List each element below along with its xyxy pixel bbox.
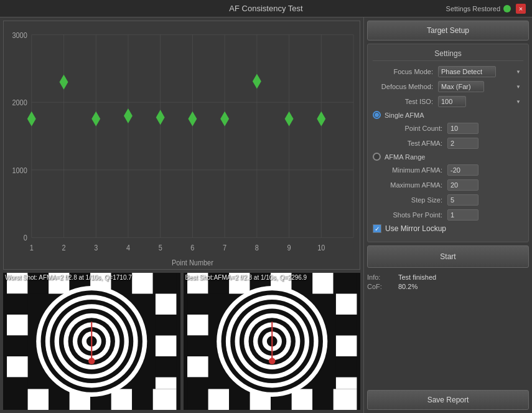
- settings-restored-label: Settings Restored: [446, 5, 500, 12]
- step-size-input[interactable]: [447, 194, 478, 206]
- svg-text:8: 8: [255, 243, 259, 252]
- settings-restored-status: Settings Restored: [446, 5, 511, 12]
- test-iso-select-wrapper[interactable]: 100: [438, 96, 523, 107]
- focus-mode-select[interactable]: Phase Detect: [438, 66, 496, 77]
- svg-text:3: 3: [94, 243, 98, 252]
- worst-shot-image: [3, 273, 180, 410]
- afma-range-label: AFMA Range: [385, 153, 425, 161]
- info-section: Info: Test finished CoF: 80.2%: [367, 271, 529, 295]
- defocus-method-select[interactable]: Max (Far): [438, 81, 484, 92]
- svg-rect-98: [312, 389, 334, 410]
- focus-mode-row: Focus Mode: Phase Detect: [373, 66, 523, 77]
- svg-rect-106: [335, 315, 357, 336]
- shots-per-point-label: Shots Per Point:: [373, 211, 447, 219]
- svg-rect-105: [335, 294, 357, 315]
- min-afma-input[interactable]: [447, 164, 478, 176]
- cof-key: CoF:: [367, 283, 398, 290]
- test-afma-input[interactable]: [447, 138, 478, 149]
- afma-range-radio-row[interactable]: AFMA Range: [373, 153, 523, 161]
- max-afma-input[interactable]: [447, 179, 478, 191]
- svg-text:7: 7: [223, 243, 226, 252]
- svg-rect-52: [28, 389, 49, 410]
- target-setup-button[interactable]: Target Setup: [367, 21, 529, 40]
- svg-rect-53: [49, 389, 70, 410]
- test-afma-row: Test AFMA:: [373, 138, 523, 149]
- bottom-images: Worst Shot: AFMA=2 f/2.8 at 1/10s, Q=171…: [3, 273, 360, 410]
- defocus-method-row: Defocus Method: Max (Far): [373, 81, 523, 92]
- min-afma-row: Minimum AFMA:: [373, 164, 523, 176]
- svg-rect-49: [132, 273, 153, 294]
- svg-rect-50: [153, 273, 177, 294]
- focus-mode-select-wrapper[interactable]: Phase Detect: [438, 66, 523, 77]
- step-size-row: Step Size:: [373, 194, 523, 206]
- defocus-method-select-wrapper[interactable]: Max (Far): [438, 81, 523, 92]
- svg-rect-61: [7, 336, 28, 357]
- min-afma-label: Minimum AFMA:: [373, 166, 447, 174]
- svg-rect-60: [7, 315, 28, 336]
- save-report-button[interactable]: Save Report: [367, 390, 529, 410]
- svg-rect-67: [156, 356, 177, 377]
- svg-rect-68: [156, 377, 177, 389]
- close-button[interactable]: ×: [516, 4, 526, 14]
- svg-rect-104: [187, 377, 208, 389]
- test-iso-label: Test ISO:: [373, 98, 438, 105]
- svg-rect-65: [156, 315, 177, 336]
- max-afma-label: Maximum AFMA:: [373, 181, 447, 189]
- svg-text:3000: 3000: [12, 31, 27, 40]
- svg-rect-109: [335, 377, 357, 389]
- svg-text:0: 0: [24, 233, 27, 242]
- focus-mode-label: Focus Mode:: [373, 68, 438, 75]
- start-button[interactable]: Start: [367, 245, 529, 268]
- radio-inner: [375, 113, 379, 117]
- svg-rect-94: [229, 389, 250, 410]
- mirror-lockup-row[interactable]: ✓ Use Mirror Lockup: [373, 224, 523, 233]
- step-size-label: Step Size:: [373, 196, 447, 204]
- info-row: Info: Test finished: [367, 273, 529, 281]
- svg-rect-56: [111, 389, 133, 410]
- svg-rect-91: [333, 273, 357, 294]
- test-afma-label: Test AFMA:: [373, 140, 447, 147]
- worst-shot-label: Worst Shot: AFMA=2 f/2.8 at 1/10s, Q=171…: [5, 274, 132, 281]
- svg-rect-90: [312, 273, 334, 294]
- worst-shot-panel: Worst Shot: AFMA=2 f/2.8 at 1/10s, Q=171…: [3, 273, 180, 410]
- app-title: AF Consistency Test: [229, 4, 302, 13]
- svg-text:4: 4: [126, 243, 130, 252]
- svg-rect-100: [187, 294, 208, 315]
- title-bar: AF Consistency Test Settings Restored ×: [0, 0, 532, 17]
- point-count-input[interactable]: [447, 123, 478, 134]
- mirror-lockup-label: Use Mirror Lockup: [385, 224, 446, 233]
- svg-text:Point Number: Point Number: [172, 258, 213, 267]
- svg-text:2: 2: [62, 243, 65, 252]
- single-afma-radio[interactable]: [373, 111, 381, 119]
- svg-rect-102: [187, 336, 208, 357]
- best-shot-panel: Best Shot:AFMA=2 f/2.8 at 1/10s, Q=2296.…: [184, 273, 361, 410]
- svg-text:2000: 2000: [12, 98, 27, 107]
- test-iso-select[interactable]: 100: [438, 96, 466, 107]
- best-shot-label: Best Shot:AFMA=2 f/2.8 at 1/10s, Q=2296.…: [185, 274, 307, 281]
- best-shot-image: [184, 273, 361, 410]
- svg-point-82: [88, 358, 95, 364]
- afma-range-radio[interactable]: [373, 153, 381, 161]
- mirror-lockup-checkbox[interactable]: ✓: [373, 224, 381, 233]
- svg-rect-103: [187, 356, 208, 377]
- max-afma-row: Maximum AFMA:: [373, 179, 523, 191]
- point-count-row: Point Count:: [373, 123, 523, 134]
- left-panel: 3000 2000 1000 0: [0, 17, 364, 413]
- shots-per-point-input[interactable]: [447, 209, 478, 221]
- close-icon: ×: [519, 5, 523, 12]
- svg-text:6: 6: [190, 243, 194, 252]
- point-count-label: Point Count:: [373, 125, 447, 132]
- info-key: Info:: [367, 273, 398, 281]
- single-afma-radio-row[interactable]: Single AFMA: [373, 111, 523, 119]
- svg-rect-108: [335, 356, 357, 377]
- svg-rect-107: [335, 336, 357, 357]
- svg-rect-0: [4, 21, 360, 269]
- right-panel: Target Setup Settings Focus Mode: Phase …: [364, 17, 532, 413]
- svg-rect-63: [7, 377, 28, 389]
- cof-value: 80.2%: [398, 283, 418, 290]
- svg-rect-51: [7, 389, 28, 410]
- svg-rect-59: [7, 294, 28, 315]
- svg-rect-62: [7, 356, 28, 377]
- svg-rect-99: [333, 389, 357, 410]
- svg-rect-101: [187, 315, 208, 336]
